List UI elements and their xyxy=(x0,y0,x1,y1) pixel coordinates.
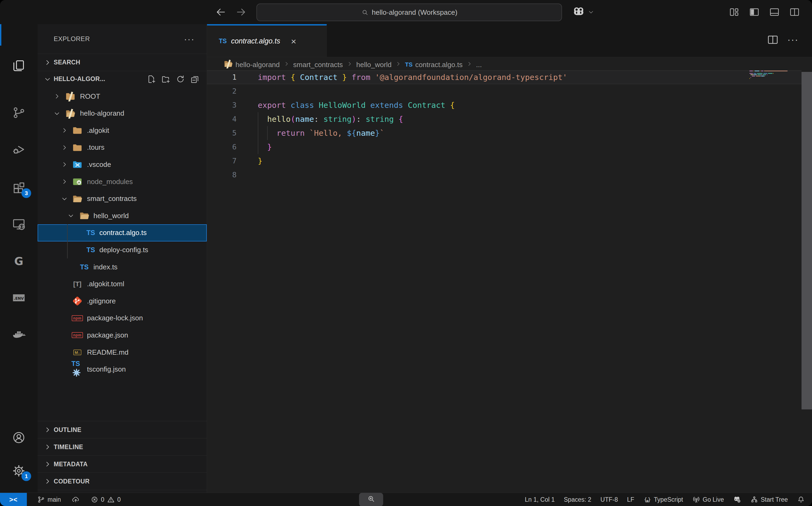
tree-item-package-json[interactable]: npmpackage.json xyxy=(38,327,207,344)
toggle-secondary-sidebar-button[interactable] xyxy=(789,7,800,17)
refresh-icon[interactable] xyxy=(175,74,185,84)
chevron-right-icon xyxy=(44,59,52,67)
tree-item-smart-contracts[interactable]: smart_contracts xyxy=(38,190,207,207)
toggle-primary-sidebar-button[interactable] xyxy=(749,7,760,17)
tree-item-label: package.json xyxy=(87,331,128,339)
activity-item-docker[interactable] xyxy=(0,322,38,348)
status-item-problems[interactable]: 00 xyxy=(90,496,121,504)
tree-item--algokit[interactable]: .algokit xyxy=(38,122,207,139)
status-item-notifications[interactable] xyxy=(797,496,805,504)
breadcrumb-item[interactable]: hello-algorand xyxy=(224,59,280,70)
minimap[interactable] xyxy=(749,71,801,87)
tree-item--tours[interactable]: .tours xyxy=(38,139,207,156)
back-icon[interactable] xyxy=(215,6,226,18)
status-item-eol[interactable]: LF xyxy=(627,496,634,503)
split-editor-icon[interactable] xyxy=(767,34,779,46)
status-item-start-tree[interactable]: Start Tree xyxy=(750,496,788,504)
breadcrumb-item[interactable]: TScontract.algo.ts xyxy=(405,61,462,69)
collapse-all-icon[interactable] xyxy=(190,74,200,84)
new-file-icon[interactable] xyxy=(147,74,156,84)
code-line: hello(name: string): string { xyxy=(258,112,403,126)
breadcrumb-label: contract.algo.ts xyxy=(415,61,462,69)
workspace-section-header[interactable]: HELLO-ALGOR... xyxy=(38,71,207,87)
breadcrumb-item[interactable]: ... xyxy=(476,61,482,69)
tree-item-hello-world[interactable]: hello_world xyxy=(38,207,207,224)
status-item-cursor-position[interactable]: Ln 1, Col 1 xyxy=(525,496,555,503)
new-folder-icon[interactable] xyxy=(161,74,171,84)
line-number: 2 xyxy=(207,84,236,98)
tree-item-node-modules[interactable]: JSnode_modules xyxy=(38,173,207,190)
tree-item--vscode[interactable]: .vscode xyxy=(38,156,207,173)
root-folder-open-icon xyxy=(64,107,76,119)
activity-item-algokit[interactable]: G xyxy=(0,248,38,275)
tree-item--algokit-toml[interactable]: [T].algokit.toml xyxy=(38,275,207,293)
status-item-encoding[interactable]: UTF-8 xyxy=(600,496,618,503)
code-line: return `Hello, ${name}` xyxy=(258,126,384,140)
activity-item-accounts[interactable] xyxy=(0,424,38,451)
status-item-label: TypeScript xyxy=(654,496,683,503)
editor-more-actions-icon[interactable]: ··· xyxy=(787,34,799,46)
tree-item-label: .tours xyxy=(87,143,104,152)
ts-config-icon: TS xyxy=(71,360,83,379)
folder-icon xyxy=(71,124,83,136)
tree-item-package-lock-json[interactable]: npmpackage-lock.json xyxy=(38,310,207,327)
status-item-go-live[interactable]: Go Live xyxy=(692,496,724,504)
zoom-in-icon xyxy=(367,495,375,505)
tree-item-contract-algo-ts[interactable]: TScontract.algo.ts xyxy=(38,224,207,242)
customize-layout-button[interactable] xyxy=(729,7,739,17)
section-header-codetour[interactable]: CODETOUR xyxy=(38,473,207,490)
forward-icon[interactable] xyxy=(235,6,247,18)
line-number: 7 xyxy=(207,154,236,168)
activity-item-remote-explorer[interactable] xyxy=(0,210,38,238)
tree-item-tsconfig-json[interactable]: TStsconfig.json xyxy=(38,361,207,378)
status-item-label: main xyxy=(48,496,61,503)
tree-item--gitignore[interactable]: .gitignore xyxy=(38,292,207,310)
status-item-label: LF xyxy=(627,496,634,503)
tree-item-root[interactable]: ROOT xyxy=(38,88,207,105)
section-label: TIMELINE xyxy=(54,443,83,451)
folder-open-icon xyxy=(79,210,89,221)
chevron-right-icon xyxy=(44,426,52,434)
activity-item-source-control[interactable] xyxy=(0,99,38,126)
status-item-label: 0 xyxy=(117,496,121,503)
section-header-outline[interactable]: OUTLINE xyxy=(38,421,207,438)
remote-indicator[interactable]: >< xyxy=(0,493,27,506)
breadcrumb-item[interactable]: smart_contracts xyxy=(293,61,343,69)
activity-item-dotenv[interactable]: .ENV xyxy=(0,284,38,311)
tree-item-index-ts[interactable]: TSindex.ts xyxy=(38,258,207,275)
tree-icon xyxy=(750,496,758,504)
section-header-metadata[interactable]: METADATA xyxy=(38,455,207,473)
status-item-branch[interactable]: main xyxy=(37,496,61,504)
activity-item-explorer[interactable] xyxy=(0,52,38,79)
breadcrumb-item[interactable]: hello_world xyxy=(356,61,392,69)
close-tab-icon[interactable]: × xyxy=(291,37,296,46)
search-section-header[interactable]: SEARCH xyxy=(38,54,207,71)
section-label: OUTLINE xyxy=(54,426,81,434)
zoom-status-button[interactable] xyxy=(359,493,383,506)
explorer-more-actions-icon[interactable]: ··· xyxy=(184,34,195,44)
code-area[interactable]: 1import { Contract } from '@algorandfoun… xyxy=(207,24,812,493)
section-header-timeline[interactable]: TIMELINE xyxy=(38,438,207,455)
tree-item-deploy-config-ts[interactable]: TSdeploy-config.ts xyxy=(38,241,207,258)
tree-item-readme-md[interactable]: M↓README.md xyxy=(38,344,207,361)
status-item-language-mode[interactable]: {}TypeScript xyxy=(643,496,683,504)
status-item-indentation[interactable]: Spaces: 2 xyxy=(564,496,591,503)
status-item-publish[interactable] xyxy=(72,496,80,504)
root-folder-open-icon xyxy=(65,108,75,118)
ts-icon: TS xyxy=(78,261,90,273)
activity-item-settings[interactable]: 1 xyxy=(0,457,38,484)
activity-item-run-and-debug[interactable] xyxy=(0,136,38,163)
search-icon xyxy=(361,9,369,16)
copilot-menu-button[interactable] xyxy=(572,5,594,20)
toggle-panel-button[interactable] xyxy=(769,7,780,17)
tab-contract-algo-ts[interactable]: TS contract.algo.ts × xyxy=(207,24,327,57)
vertical-scrollbar[interactable] xyxy=(802,72,812,409)
tree-item-hello-algorand[interactable]: hello-algorand xyxy=(38,105,207,122)
command-center-search[interactable]: hello-algorand (Workspace) xyxy=(256,3,562,21)
badge: 3 xyxy=(21,188,31,198)
status-item-copilot-status[interactable] xyxy=(733,496,741,504)
line-number: 3 xyxy=(207,98,236,112)
activity-item-extensions[interactable]: 3 xyxy=(0,174,38,201)
accounts-icon xyxy=(12,431,26,444)
branch-icon xyxy=(37,496,45,504)
